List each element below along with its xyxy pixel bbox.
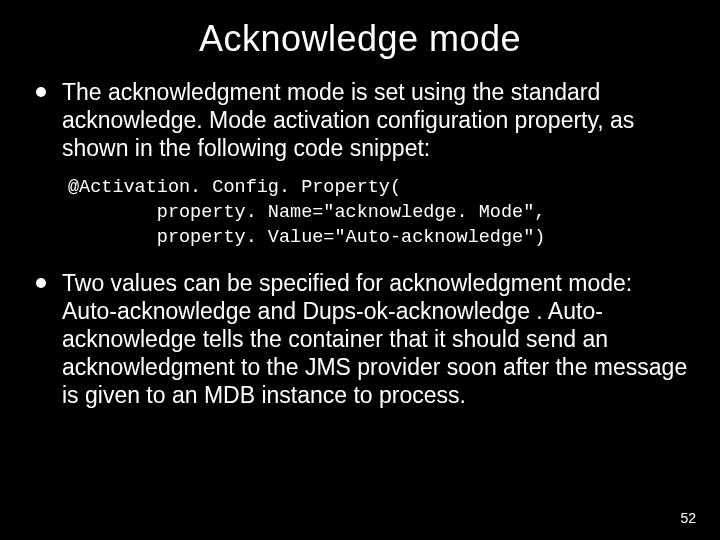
- bullet-list-1: The acknowledgment mode is set using the…: [30, 78, 690, 162]
- bullet-item-2: Two values can be specified for acknowle…: [30, 269, 690, 409]
- code-line-2: property. Name="acknowledge. Mode",: [68, 202, 545, 223]
- code-line-1: @Activation. Config. Property(: [68, 177, 401, 198]
- code-line-3: property. Value="Auto-acknowledge"): [68, 227, 545, 248]
- bullet-list-2: Two values can be specified for acknowle…: [30, 269, 690, 409]
- slide-title: Acknowledge mode: [30, 18, 690, 60]
- bullet-item-1: The acknowledgment mode is set using the…: [30, 78, 690, 162]
- slide: Acknowledge mode The acknowledgment mode…: [0, 0, 720, 540]
- code-snippet: @Activation. Config. Property( property.…: [68, 176, 690, 251]
- page-number: 52: [680, 510, 696, 526]
